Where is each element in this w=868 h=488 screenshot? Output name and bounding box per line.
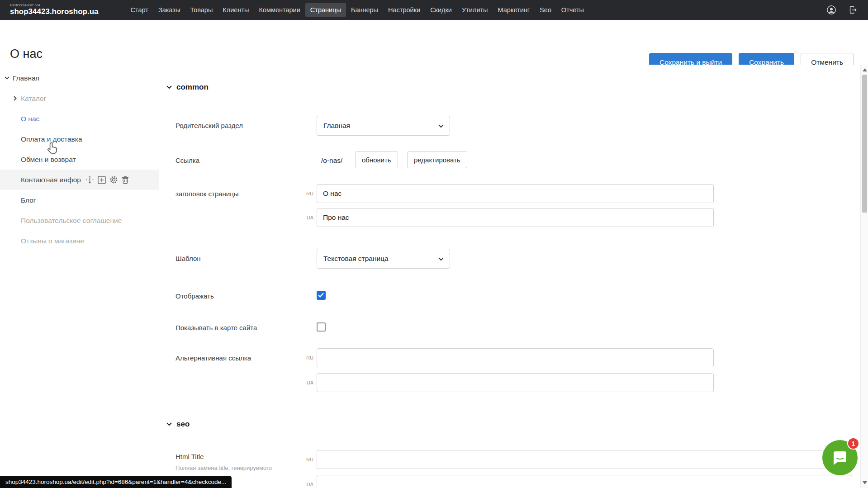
chevron-down-icon [438,122,444,130]
lang-ru-badge: RU [295,191,313,196]
template-label: Шаблон [175,255,201,262]
lang-ua-badge: UA [295,380,313,385]
chevron-down-icon[interactable] [4,76,10,80]
lang-ru-badge: RU [295,457,313,462]
move-icon[interactable] [85,175,94,184]
logout-icon[interactable] [848,5,858,15]
link-value: /o-nas/ [321,156,342,165]
nav-item-seo[interactable]: Seo [535,3,556,17]
nav-item-products[interactable]: Товары [185,3,218,17]
page-edit-form: common Родительский раздел Главная Ссылк… [160,65,860,488]
lang-ru-badge: RU [295,355,313,360]
chevron-down-icon [166,85,172,89]
check-icon [318,293,324,298]
page-title-ua-input[interactable] [317,208,714,227]
page-header: О нас Сохранить и выйти Сохранить Отмени… [0,20,868,64]
nav-item-pages[interactable]: Страницы [305,3,346,17]
sitemap-label: Показывать в карте сайта [175,324,257,332]
app-window: HOROSHOP V4 shop34423.horoshop.ua Старт … [0,0,868,488]
nav-item-banners[interactable]: Баннеры [346,3,383,17]
chat-bubble-icon [832,450,848,466]
nav-item-clients[interactable]: Клиенты [218,3,254,17]
sidebar-item-blog[interactable]: Блог [0,190,159,210]
alt-link-ru-input[interactable] [317,348,714,367]
sidebar-item-contact-info[interactable]: Контактная инфор [0,170,159,190]
chevron-right-icon[interactable] [12,96,18,101]
alt-link-label: Альтернативная ссылка [175,354,251,362]
nav-item-orders[interactable]: Заказы [153,3,185,17]
pages-tree-sidebar: Главная Каталог О нас Оплата и доставка … [0,65,159,488]
chat-widget-button[interactable]: 1 [822,440,858,475]
lang-ua-badge: UA [295,215,313,220]
sidebar-item-catalog[interactable]: Каталог [0,88,159,109]
sidebar-item-about[interactable]: О нас [0,109,159,129]
sitemap-checkbox[interactable] [317,322,326,332]
link-label: Ссылка [175,156,199,164]
html-title-ua-input[interactable] [317,475,852,488]
add-icon[interactable] [98,176,106,184]
html-title-label: Html Title [175,453,204,460]
sidebar-item-exchange-return[interactable]: Обмен и возврат [0,149,159,170]
scrollbar-thumb[interactable] [862,75,867,213]
navbar-right [826,5,858,15]
page-title: О нас [10,47,43,61]
nav-item-comments[interactable]: Комментарии [254,3,305,17]
page-title-ru-input[interactable] [317,184,714,203]
tree-row-actions [85,175,129,184]
html-title-ru-input[interactable] [317,450,852,469]
logo-domain: shop34423.horoshop.ua [10,8,99,16]
sidebar-item-home[interactable]: Главная [0,68,159,88]
scroll-down-arrow[interactable] [863,481,867,484]
chevron-down-icon [438,255,444,263]
chat-unread-badge: 1 [847,437,859,450]
sidebar-item-payment-delivery[interactable]: Оплата и доставка [0,129,159,149]
nav-item-utilities[interactable]: Утилиты [457,3,493,17]
scroll-up-arrow[interactable] [863,68,867,71]
html-title-hint: Полная замена title, генерируемого [175,464,272,471]
chevron-down-icon [166,422,172,426]
nav-item-reports[interactable]: Отчеты [556,3,589,17]
sidebar-item-user-agreement[interactable]: Пользовательское соглашение [0,210,159,231]
top-navbar: HOROSHOP V4 shop34423.horoshop.ua Старт … [0,0,868,20]
parent-section-select[interactable]: Главная [317,116,450,136]
page-title-label: заголовок страницы [175,190,239,198]
link-refresh-button[interactable]: обновить [355,151,398,168]
main-menu: Старт Заказы Товары Клиенты Комментарии … [126,3,589,17]
vertical-scrollbar[interactable] [860,65,868,488]
template-select[interactable]: Текстовая страница [317,249,450,269]
link-edit-button[interactable]: редактировать [407,151,467,168]
nav-item-settings[interactable]: Настройки [383,3,425,17]
link-preview-tooltip: shop34423.horoshop.ua/edit/edit.php?id=6… [0,476,232,488]
alt-link-ua-input[interactable] [317,373,714,392]
account-icon[interactable] [826,5,836,15]
settings-icon[interactable] [109,175,118,184]
delete-icon[interactable] [122,176,129,184]
nav-item-start[interactable]: Старт [126,3,153,17]
nav-item-discounts[interactable]: Скидки [425,3,457,17]
nav-item-marketing[interactable]: Маркетинг [493,3,535,17]
section-seo-toggle[interactable]: seo [166,420,190,429]
sidebar-item-store-reviews[interactable]: Отзывы о магазине [0,231,159,251]
brand-logo[interactable]: HOROSHOP V4 shop34423.horoshop.ua [10,4,99,16]
display-checkbox[interactable] [317,291,326,300]
display-label: Отображать [175,292,214,300]
section-common-toggle[interactable]: common [166,83,209,92]
parent-section-label: Родительский раздел [175,122,243,129]
lang-ua-badge: UA [295,482,313,487]
